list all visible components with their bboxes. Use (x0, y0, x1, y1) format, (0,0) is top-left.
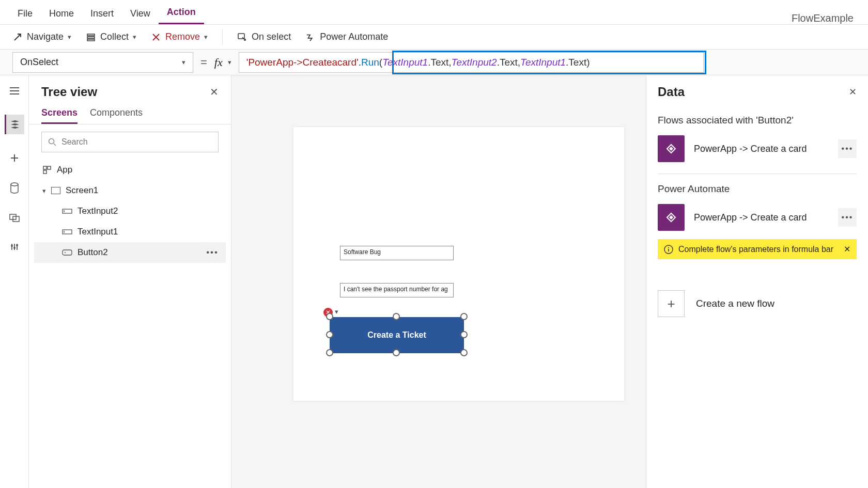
close-icon[interactable]: ✕ (844, 244, 850, 254)
main-row: Tree view ✕ Screens Components App (0, 75, 868, 488)
warning-text: Complete flow's parameters in formula ba… (678, 245, 833, 254)
tree-item-label: Screen1 (66, 185, 98, 196)
flow-item-pa[interactable]: PowerApp -> Create a card ••• (658, 202, 857, 233)
remove-icon (151, 32, 161, 42)
tree-item-textinput1[interactable]: TextInput1 (34, 222, 226, 242)
tree-item-label: Button2 (78, 247, 108, 258)
formula-token-fn: Run (361, 57, 379, 68)
tree-item-button2[interactable]: Button2 ••• (34, 242, 226, 263)
fx-icon: fx (214, 56, 223, 69)
resize-handle[interactable] (326, 331, 333, 338)
resize-handle[interactable] (393, 349, 400, 356)
tab-screens[interactable]: Screens (41, 103, 78, 124)
info-icon (664, 245, 673, 254)
svg-point-7 (11, 245, 13, 247)
data-pane-title: Data (658, 85, 685, 99)
equals-sign: = (200, 56, 207, 69)
fx-wrap: fx ▾ (214, 56, 231, 69)
svg-rect-2 (87, 39, 95, 41)
tree-item-app[interactable]: App (34, 160, 226, 180)
svg-rect-1 (87, 37, 95, 38)
canvas-textinput2[interactable]: I can't see the passport number for ag (340, 283, 454, 297)
canvas-button2[interactable]: Create a Ticket (330, 317, 464, 353)
chevron-down-icon: ▾ (42, 187, 46, 195)
more-icon[interactable]: ••• (838, 208, 857, 227)
collect-button[interactable]: Collect ▾ (86, 32, 136, 42)
formula-token-prop: .Text) (566, 57, 590, 68)
search-icon (48, 138, 56, 146)
power-automate-heading: Power Automate (658, 183, 857, 195)
chevron-down-icon: ▾ (182, 58, 185, 66)
navigate-icon (12, 32, 23, 42)
power-automate-button[interactable]: Power Automate (305, 32, 388, 42)
menu-file[interactable]: File (9, 3, 41, 24)
insert-icon[interactable] (8, 152, 21, 164)
resize-handle[interactable] (326, 349, 333, 356)
action-ribbon: Navigate ▾ Collect ▾ Remove ▾ On select … (0, 25, 868, 50)
onselect-label: On select (252, 32, 291, 42)
formula-token-prop: .Text, (428, 57, 451, 68)
resize-handle[interactable] (460, 331, 468, 338)
artboard-screen1[interactable]: Software Bug I can't see the passport nu… (293, 127, 624, 401)
tree-item-screen1[interactable]: ▾ Screen1 (34, 180, 226, 201)
separator (222, 29, 223, 45)
svg-rect-20 (668, 249, 669, 251)
svg-rect-11 (43, 166, 47, 169)
pa-label: Power Automate (320, 32, 388, 42)
canvas-area[interactable]: Software Bug I can't see the passport nu… (231, 75, 646, 488)
resize-handle[interactable] (393, 313, 400, 320)
menu-insert[interactable]: Insert (82, 3, 122, 24)
flow-app-icon (658, 204, 685, 231)
tree-item-label: App (57, 165, 72, 175)
flow-item-associated[interactable]: PowerApp -> Create a card ••• (658, 133, 857, 164)
data-pane: Data ✕ Flows associated with 'Button2' P… (646, 75, 868, 488)
create-new-flow-button[interactable]: + Create a new flow (658, 290, 857, 317)
media-icon[interactable] (8, 212, 21, 224)
remove-button[interactable]: Remove ▾ (151, 32, 208, 42)
chevron-down-icon: ▾ (68, 33, 71, 41)
formula-token-id: TextInput1 (382, 57, 428, 68)
flow-item-label: PowerApp -> Create a card (694, 144, 807, 154)
menu-home[interactable]: Home (41, 3, 82, 24)
screen-icon (51, 187, 60, 194)
resize-handle[interactable] (460, 313, 468, 320)
canvas-textinput1[interactable]: Software Bug (340, 246, 454, 260)
tree-item-label: TextInput1 (78, 227, 118, 237)
menu-action[interactable]: Action (159, 2, 204, 24)
tree-item-textinput2[interactable]: TextInput2 (34, 201, 226, 222)
formula-input[interactable]: 'PowerApp->Createacard'.Run(TextInput1.T… (239, 52, 704, 73)
resize-handle[interactable] (326, 313, 333, 320)
property-selector[interactable]: OnSelect ▾ (12, 52, 193, 73)
tools-icon[interactable] (8, 242, 21, 254)
formula-token-id: TextInput1 (520, 57, 566, 68)
textinput-icon (62, 208, 72, 215)
more-icon[interactable]: ••• (838, 139, 857, 158)
navigate-button[interactable]: Navigate ▾ (12, 32, 71, 42)
formula-token-string: 'PowerApp->Createacard' (246, 57, 359, 68)
data-icon[interactable] (8, 182, 21, 194)
tree-view-icon[interactable] (5, 115, 24, 134)
chevron-down-icon[interactable]: ▾ (335, 308, 338, 316)
collect-icon (86, 32, 96, 42)
more-icon[interactable]: ••• (206, 247, 219, 258)
onselect-button[interactable]: On select (237, 32, 291, 42)
menu-view[interactable]: View (122, 3, 159, 24)
flow-app-icon (658, 135, 685, 162)
cursor-icon (237, 32, 247, 42)
search-field[interactable] (61, 137, 212, 147)
navigate-label: Navigate (27, 32, 64, 42)
close-icon[interactable]: ✕ (210, 86, 219, 98)
menu-bar: File Home Insert View Action FlowExample (0, 0, 868, 25)
flow-icon (305, 32, 316, 42)
hamburger-icon[interactable] (8, 85, 21, 97)
svg-point-4 (11, 183, 18, 186)
property-value: OnSelect (20, 57, 58, 68)
close-icon[interactable]: ✕ (849, 86, 857, 98)
svg-point-8 (13, 247, 16, 249)
search-input[interactable] (41, 132, 219, 152)
chevron-down-icon: ▾ (133, 33, 136, 41)
resize-handle[interactable] (460, 349, 468, 356)
svg-point-10 (49, 139, 54, 144)
tree-view-title: Tree view (41, 85, 97, 99)
tab-components[interactable]: Components (90, 103, 143, 124)
